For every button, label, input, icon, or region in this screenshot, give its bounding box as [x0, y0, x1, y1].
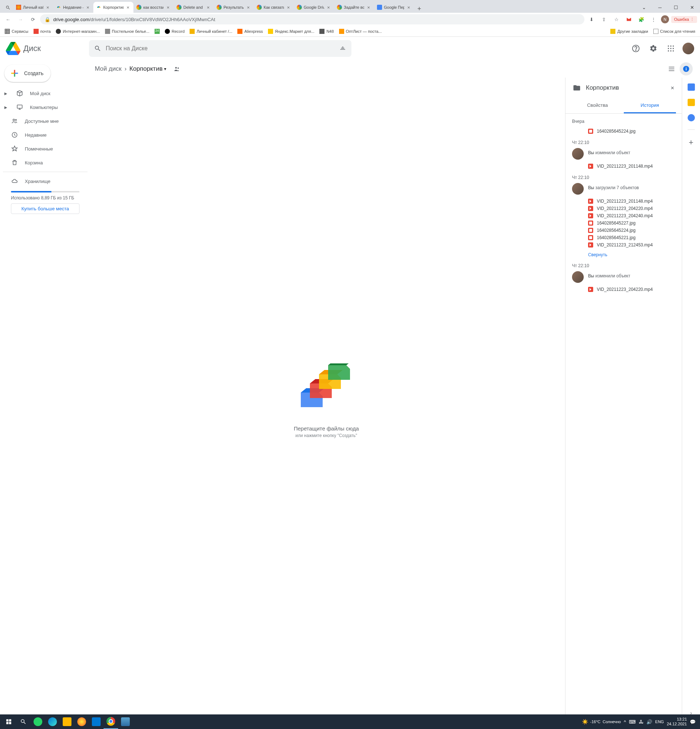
language-indicator[interactable]: ENG: [655, 720, 664, 720]
settings-icon[interactable]: [646, 41, 661, 56]
bookmark-item[interactable]: ОптЛист — поста...: [337, 28, 383, 35]
tab-close-icon[interactable]: ×: [125, 5, 131, 10]
tray-volume-icon[interactable]: 🔊: [646, 719, 652, 720]
file-item[interactable]: VID_20211223_201148.mp4: [588, 163, 675, 170]
nav-shared[interactable]: Доступные мне: [3, 114, 87, 128]
taskbar-chrome[interactable]: [103, 714, 118, 720]
share-people-icon[interactable]: [174, 65, 180, 72]
file-item[interactable]: 1640285645221.jpg: [588, 234, 675, 241]
tray-chevron-icon[interactable]: ^: [624, 719, 626, 720]
file-item[interactable]: VID_20211223_204220.mp4: [588, 286, 675, 293]
nav-trash[interactable]: Корзина: [3, 155, 87, 170]
search-box[interactable]: [89, 40, 351, 57]
tab-search-button[interactable]: [3, 3, 13, 13]
nav-computers[interactable]: ▶Компьютеры: [3, 100, 87, 114]
calendar-icon[interactable]: [688, 83, 695, 91]
bookmark-item[interactable]: Яндекс.Маркет для...: [266, 28, 316, 35]
browser-tab[interactable]: Недавние – Goo×: [53, 2, 93, 13]
browser-tab[interactable]: Google Перевод×: [374, 2, 414, 13]
bookmark-item[interactable]: Личный кабинет /...: [188, 28, 234, 35]
tab-properties[interactable]: Свойства: [571, 98, 624, 113]
browser-tab[interactable]: Как связаться со×: [254, 2, 294, 13]
bookmark-item[interactable]: N48: [318, 28, 335, 35]
tab-close-icon[interactable]: ×: [85, 5, 90, 10]
address-bar[interactable]: 🔒 drive.google.com/drive/u/1/folders/10B…: [40, 14, 584, 25]
browser-tab[interactable]: Delete and resto×: [174, 2, 213, 13]
browser-tab[interactable]: Задайте вопрос×: [334, 2, 374, 13]
bookmark-item[interactable]: Aliexpress: [235, 28, 265, 35]
bookmark-item[interactable]: Сервисы: [3, 28, 30, 35]
new-tab-button[interactable]: +: [414, 5, 424, 13]
nav-starred[interactable]: Помеченные: [3, 142, 87, 155]
nav-reload-button[interactable]: ⟳: [28, 14, 38, 25]
nav-my-drive[interactable]: ▶Мой диск: [3, 86, 87, 100]
keep-icon[interactable]: [688, 99, 695, 106]
file-item[interactable]: VID_20211223_204220.mp4: [588, 205, 675, 212]
tab-close-icon[interactable]: ×: [206, 5, 211, 10]
browser-tab-active[interactable]: Корпорктив – G×: [93, 2, 134, 13]
bookmark-item[interactable]: почта: [32, 28, 53, 35]
bookmark-item[interactable]: 24: [153, 28, 161, 35]
tab-close-icon[interactable]: ×: [406, 5, 411, 10]
profile-avatar[interactable]: N: [661, 15, 669, 23]
drive-logo[interactable]: Диск: [6, 41, 86, 56]
install-app-icon[interactable]: ⬇: [587, 14, 597, 25]
window-minimize-button[interactable]: ─: [652, 2, 668, 13]
tab-history[interactable]: История: [624, 98, 676, 113]
taskbar-app[interactable]: [45, 714, 60, 720]
addons-plus-icon[interactable]: +: [689, 138, 693, 147]
start-button[interactable]: [1, 714, 16, 720]
browser-tab[interactable]: Личный кабинет×: [13, 2, 53, 13]
menu-icon[interactable]: ⋮: [649, 14, 659, 25]
clock[interactable]: 13:21 24.12.2021: [667, 717, 687, 720]
bookmark-item[interactable]: Интернет-магазин...: [54, 28, 102, 35]
apps-icon[interactable]: [664, 41, 678, 56]
empty-folder-area[interactable]: Перетащите файлы сюда или нажмите кнопку…: [87, 78, 565, 720]
nav-back-button[interactable]: ←: [3, 14, 13, 25]
search-button[interactable]: [16, 714, 30, 720]
file-item[interactable]: 1640285645227.jpg: [588, 219, 675, 227]
taskbar-app[interactable]: [74, 714, 89, 720]
tray-network-icon[interactable]: 🖧: [639, 719, 643, 720]
other-bookmarks[interactable]: Другие закладки: [609, 28, 650, 35]
extensions-icon[interactable]: 🧩: [636, 14, 646, 25]
tab-close-icon[interactable]: ×: [286, 5, 291, 10]
tab-close-icon[interactable]: ×: [246, 5, 251, 10]
chevron-down-icon[interactable]: ⌄: [636, 2, 652, 13]
window-close-button[interactable]: ✕: [684, 2, 700, 13]
tab-close-icon[interactable]: ×: [166, 5, 171, 10]
file-item[interactable]: 1640285645224.jpg: [588, 128, 675, 135]
tasks-icon[interactable]: [688, 114, 695, 121]
tab-close-icon[interactable]: ×: [326, 5, 331, 10]
browser-tab[interactable]: Результаты поис×: [213, 2, 254, 13]
bookmark-item[interactable]: Record: [163, 28, 186, 35]
gmail-icon[interactable]: [624, 14, 634, 25]
weather-widget[interactable]: ☀️ -16°C Солнечно: [582, 719, 621, 720]
browser-tab[interactable]: как восстановит×: [134, 2, 174, 13]
file-item[interactable]: VID_20211223_212453.mp4: [588, 241, 675, 248]
buy-storage-button[interactable]: Купить больше места: [11, 203, 80, 214]
tray-keyboard-icon[interactable]: ⌨: [629, 719, 636, 720]
star-icon[interactable]: ☆: [611, 14, 622, 25]
file-item[interactable]: VID_20211223_204240.mp4: [588, 212, 675, 219]
nav-forward-button[interactable]: →: [15, 14, 26, 25]
expand-icon[interactable]: ▶: [4, 91, 9, 96]
info-icon[interactable]: [680, 62, 693, 76]
list-view-icon[interactable]: [665, 62, 678, 76]
create-button[interactable]: Создать: [4, 64, 51, 82]
help-icon[interactable]: [629, 41, 643, 56]
taskbar-app[interactable]: [118, 714, 133, 720]
breadcrumb-root[interactable]: Мой диск: [95, 65, 121, 73]
taskbar-app[interactable]: [89, 714, 103, 720]
account-avatar[interactable]: [683, 43, 694, 54]
nav-recent[interactable]: Недавние: [3, 128, 87, 142]
close-icon[interactable]: ✕: [671, 85, 674, 91]
share-icon[interactable]: ⇪: [599, 14, 609, 25]
bookmark-item[interactable]: Постельное белье...: [103, 28, 151, 35]
expand-icon[interactable]: ▶: [4, 105, 9, 109]
collapse-link[interactable]: Свернуть: [565, 250, 682, 260]
file-item[interactable]: VID_20211223_201148.mp4: [588, 197, 675, 205]
reading-list[interactable]: Список для чтения: [652, 28, 697, 35]
search-options-icon[interactable]: [339, 45, 346, 52]
breadcrumb-current[interactable]: Корпорктив ▾: [129, 65, 166, 73]
